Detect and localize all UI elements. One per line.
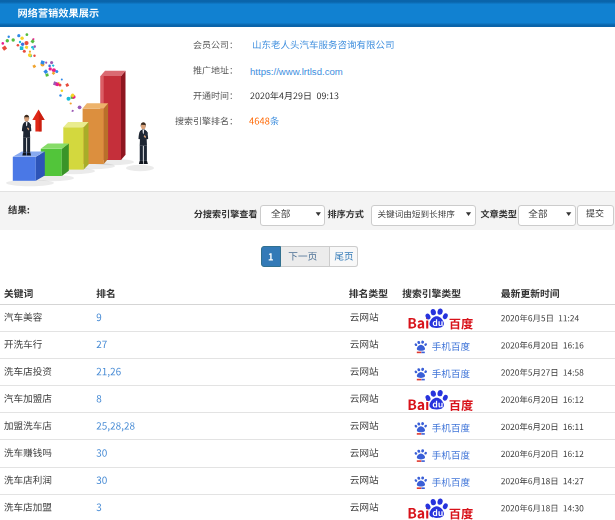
svg-text:https://www.lrtlsd.com: https://www.lrtlsd.com bbox=[250, 66, 343, 77]
